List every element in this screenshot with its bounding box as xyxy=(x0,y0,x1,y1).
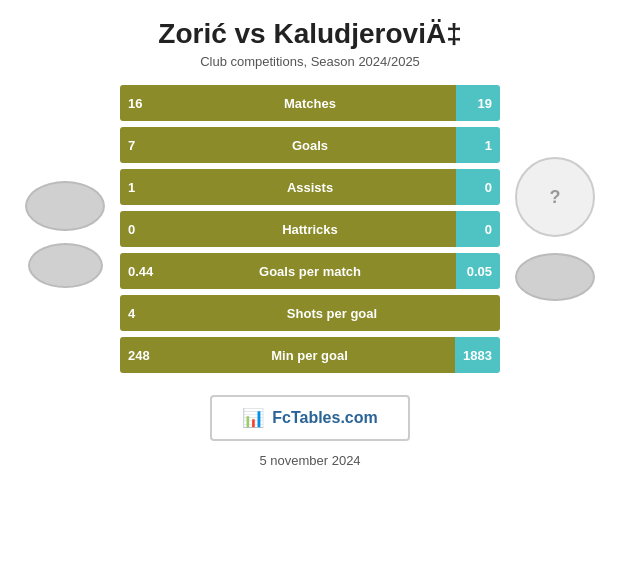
watermark-text: FcTables.com xyxy=(272,409,378,427)
stat-bar-goals-per-match: 0.44 Goals per match 0.05 xyxy=(120,253,500,289)
stat-right-hattricks: 0 xyxy=(456,211,500,247)
stat-label-min-per-goal: Min per goal xyxy=(164,337,455,373)
left-player-avatars xyxy=(10,171,120,288)
stat-right-matches: 19 xyxy=(456,85,500,121)
match-title: Zorić vs KaludjeroviÄ‡ xyxy=(158,18,461,50)
stat-label-matches: Matches xyxy=(164,85,456,121)
stats-container: 16 Matches 19 7 Goals 1 1 Assists 0 0 xyxy=(120,85,500,373)
stat-left-goals-per-match: 0.44 xyxy=(120,253,164,289)
stat-label-goals-per-match: Goals per match xyxy=(164,253,456,289)
stat-bar-goals: 7 Goals 1 xyxy=(120,127,500,163)
right-player-avatars: ? xyxy=(500,157,610,301)
match-subtitle: Club competitions, Season 2024/2025 xyxy=(158,54,461,69)
stat-bar-shots-per-goal: 4 Shots per goal xyxy=(120,295,500,331)
stat-label-assists: Assists xyxy=(164,169,456,205)
stat-left-shots-per-goal: 4 xyxy=(120,295,164,331)
stat-bar-hattricks: 0 Hattricks 0 xyxy=(120,211,500,247)
stat-row-matches: 16 Matches 19 xyxy=(120,85,500,121)
main-content: 16 Matches 19 7 Goals 1 1 Assists 0 0 xyxy=(0,75,620,383)
stat-row-shots-per-goal: 4 Shots per goal xyxy=(120,295,500,331)
right-avatar-oval xyxy=(515,253,595,301)
stat-row-assists: 1 Assists 0 xyxy=(120,169,500,205)
stat-left-goals: 7 xyxy=(120,127,164,163)
right-avatar-circle: ? xyxy=(515,157,595,237)
footer-date: 5 november 2024 xyxy=(259,453,360,468)
stat-right-min-per-goal: 1883 xyxy=(455,337,500,373)
stat-left-min-per-goal: 248 xyxy=(120,337,164,373)
stat-bar-matches: 16 Matches 19 xyxy=(120,85,500,121)
stat-row-goals: 7 Goals 1 xyxy=(120,127,500,163)
page-header: Zorić vs KaludjeroviÄ‡ Club competitions… xyxy=(138,0,481,75)
stat-bar-assists: 1 Assists 0 xyxy=(120,169,500,205)
stat-label-hattricks: Hattricks xyxy=(164,211,456,247)
stat-label-shots-per-goal: Shots per goal xyxy=(164,295,500,331)
stat-bar-min-per-goal: 248 Min per goal 1883 xyxy=(120,337,500,373)
left-avatar-bottom xyxy=(28,243,103,288)
stat-row-hattricks: 0 Hattricks 0 xyxy=(120,211,500,247)
stat-right-assists: 0 xyxy=(456,169,500,205)
stat-label-goals: Goals xyxy=(164,127,456,163)
stat-left-matches: 16 xyxy=(120,85,164,121)
watermark-icon: 📊 xyxy=(242,407,264,429)
stat-left-hattricks: 0 xyxy=(120,211,164,247)
left-avatar-top xyxy=(25,181,105,231)
watermark-box: 📊 FcTables.com xyxy=(210,395,410,441)
stat-left-assists: 1 xyxy=(120,169,164,205)
stat-right-goals-per-match: 0.05 xyxy=(456,253,500,289)
stat-row-goals-per-match: 0.44 Goals per match 0.05 xyxy=(120,253,500,289)
stat-row-min-per-goal: 248 Min per goal 1883 xyxy=(120,337,500,373)
stat-right-goals: 1 xyxy=(456,127,500,163)
